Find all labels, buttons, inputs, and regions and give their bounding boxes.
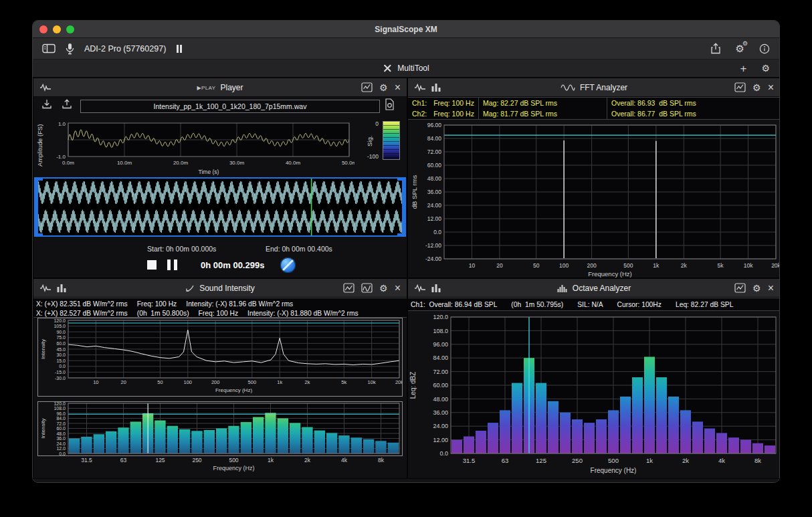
audio-file-icon[interactable] [385, 98, 395, 110]
svg-text:24.00: 24.00 [427, 202, 442, 209]
svg-text:90.0: 90.0 [56, 330, 66, 334]
svg-text:20.0m: 20.0m [173, 160, 189, 166]
selection-start-handle[interactable] [35, 179, 38, 235]
fft-gear-icon[interactable]: ⚙ [752, 83, 761, 92]
amplitude-axis-label: Amplitude (FS) [36, 118, 43, 172]
level-meter-icon[interactable] [431, 284, 441, 293]
tab-settings-gear-icon[interactable]: ⚙ [761, 64, 770, 73]
level-meter-icon[interactable] [56, 284, 67, 293]
envelope-chart-icon[interactable] [361, 283, 373, 293]
fft-close-icon[interactable]: × [768, 82, 774, 93]
fft-panel-title: FFT Analyzer [580, 83, 627, 92]
sine-wave-icon [561, 84, 575, 91]
export-audio-icon[interactable] [62, 99, 72, 109]
area-chart-icon[interactable] [343, 283, 354, 293]
microphone-icon[interactable] [66, 43, 74, 55]
svg-text:500: 500 [248, 379, 257, 385]
audio-file-input[interactable] [80, 100, 380, 113]
svg-text:Frequency (Hz): Frequency (Hz) [215, 387, 252, 393]
player-panel: ▶PLAY Player ⚙ × [33, 78, 407, 278]
octave-bands-chart[interactable]: 120.0108.096.0084.0072.0060.0048.0036.00… [408, 311, 780, 480]
octave-gear-icon[interactable]: ⚙ [752, 284, 761, 293]
settings-gears-icon[interactable]: ⚙⚙ [736, 43, 744, 54]
svg-text:2k: 2k [682, 457, 689, 464]
svg-text:1k: 1k [277, 379, 282, 385]
svg-text:5k: 5k [718, 262, 724, 269]
add-tool-button[interactable]: + [740, 63, 747, 74]
intensity-close-icon[interactable]: × [395, 283, 401, 294]
chart-view-icon[interactable] [734, 82, 746, 92]
info-icon[interactable] [759, 43, 770, 54]
waveform-source-icon[interactable] [414, 284, 426, 293]
signal-level-meter [383, 121, 400, 160]
svg-text:84.0: 84.0 [56, 416, 66, 421]
intensity-gear-icon[interactable]: ⚙ [379, 284, 388, 293]
svg-text:120.0: 120.0 [433, 314, 448, 320]
intensity-vector-icon [185, 284, 195, 292]
svg-text:120.0: 120.0 [54, 318, 66, 323]
svg-text:8k: 8k [754, 457, 761, 464]
svg-text:96.00: 96.00 [433, 341, 448, 348]
close-window-button[interactable] [39, 25, 47, 33]
level-meter-icon[interactable] [431, 83, 441, 92]
intensity-spectrum-chart[interactable]: 120.0105.090.075.060.045.030.015.00.0-15… [37, 318, 403, 397]
svg-text:60.00: 60.00 [433, 382, 448, 389]
svg-text:20k: 20k [771, 262, 780, 269]
chart-view-icon[interactable] [361, 82, 373, 92]
selection-start-label: Start: 0h 00m 00.000s [147, 245, 216, 253]
player-preview-chart[interactable]: 0.0m10.0m20.0m30.0m40.0m50.0mTime (s)1.0… [52, 116, 354, 177]
svg-text:96.00: 96.00 [427, 122, 442, 128]
waveform-source-icon[interactable] [414, 83, 426, 92]
share-icon[interactable] [710, 43, 721, 54]
sound-intensity-panel: Sound Intensity ⚙ × X: (+X) 82.351 dB W/… [33, 278, 407, 479]
play-state-label: ▶PLAY [197, 85, 215, 91]
svg-text:10: 10 [93, 379, 98, 385]
pause-stream-icon[interactable] [176, 45, 183, 53]
svg-text:4k: 4k [718, 457, 725, 464]
svg-text:0.0m: 0.0m [62, 160, 74, 166]
svg-text:20: 20 [121, 379, 126, 385]
svg-text:Frequency (Hz): Frequency (Hz) [591, 467, 637, 474]
waveform-source-icon[interactable] [39, 83, 52, 92]
player-close-icon[interactable]: × [395, 82, 401, 93]
import-audio-icon[interactable] [41, 99, 52, 109]
fft-ch1-mag: Mag: 82.27 dB SPL rms [483, 99, 557, 107]
app-window: SignalScope XM ADI-2 Pro (57760297) ⚙⚙ [32, 20, 780, 483]
svg-text:15.0: 15.0 [56, 358, 66, 363]
fft-spectrum-chart[interactable]: 96.0084.0072.0060.0048.0036.0024.0012.00… [408, 120, 780, 279]
octave-close-icon[interactable]: × [768, 283, 774, 294]
svg-text:48.0: 48.0 [56, 431, 66, 436]
waveform-source-icon[interactable] [39, 284, 52, 293]
svg-text:1k: 1k [268, 457, 274, 463]
svg-text:50: 50 [533, 262, 540, 269]
zoom-window-button[interactable] [66, 25, 74, 33]
player-panel-title: Player [221, 83, 243, 92]
chart-view-icon[interactable] [734, 283, 746, 293]
sidebar-toggle-icon[interactable] [42, 43, 56, 54]
svg-text:2k: 2k [305, 379, 310, 385]
device-selector[interactable]: ADI-2 Pro (57760297) [84, 44, 166, 54]
svg-text:24.00: 24.00 [433, 423, 448, 429]
svg-text:4k: 4k [341, 457, 348, 463]
svg-text:108.0: 108.0 [433, 328, 448, 334]
svg-text:50: 50 [157, 379, 163, 385]
pause-button[interactable] [167, 260, 177, 270]
svg-text:-15.0: -15.0 [55, 370, 66, 375]
fft-panel: FFT Analyzer ⚙ × Ch1:Freq: 100 Hz Mag: 8… [407, 78, 780, 278]
intensity-bands-chart[interactable]: 120.0108.096.084.072.060.048.036.024.012… [37, 401, 403, 472]
titlebar: SignalScope XM [33, 21, 779, 38]
playback-speed-dial[interactable] [280, 257, 296, 273]
fft-ch1-freq: Freq: 100 Hz [433, 99, 474, 107]
tab-multitool[interactable]: MultiTool [383, 60, 429, 77]
octave-cursor: Cursor: 100Hz [617, 301, 662, 308]
equalizer-bars-icon [557, 284, 568, 292]
svg-text:12.0: 12.0 [56, 446, 66, 451]
player-gear-icon[interactable]: ⚙ [379, 83, 388, 92]
selection-end-handle[interactable] [402, 179, 405, 235]
stop-button[interactable] [147, 260, 157, 270]
waveform-selection-view[interactable] [34, 177, 406, 237]
svg-text:1k: 1k [646, 457, 653, 464]
octave-time: (0h 1m 50.795s) [511, 301, 563, 308]
minimize-window-button[interactable] [53, 25, 61, 33]
meter-tick-bottom: -100 [360, 153, 379, 160]
